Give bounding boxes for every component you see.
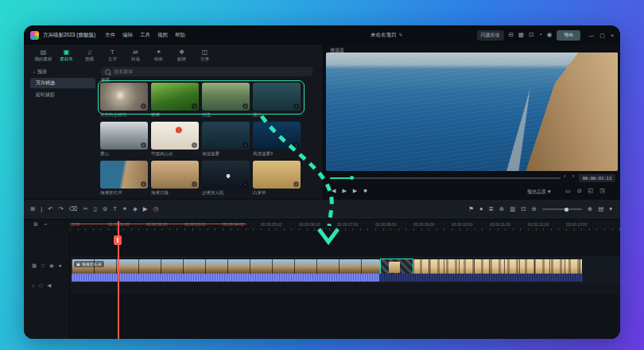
- render-preview-icon[interactable]: ▶: [143, 206, 148, 212]
- media-item[interactable]: ↓海滩岩石岸: [100, 161, 148, 196]
- download-icon[interactable]: ↓: [192, 103, 197, 109]
- media-thumbnail[interactable]: ↓: [100, 122, 148, 150]
- export-button[interactable]: 导出: [557, 30, 580, 41]
- minimize-button[interactable]: —: [588, 33, 594, 38]
- media-item[interactable]: ↓沙滩无人机: [202, 161, 250, 196]
- media-item[interactable]: ↓树林: [151, 83, 199, 118]
- audio-mixer-icon[interactable]: ≣: [489, 206, 494, 212]
- snap-icon[interactable]: ≈: [44, 222, 47, 228]
- menu-item-3[interactable]: 视图: [157, 32, 168, 39]
- monitor-dot-icon[interactable]: ●: [59, 263, 62, 269]
- fullscreen-icon[interactable]: ◳: [599, 188, 605, 193]
- keyframe-icon[interactable]: ◈: [133, 206, 138, 212]
- duration-icon[interactable]: ◷: [153, 206, 159, 212]
- back-chevron-icon[interactable]: ‹: [33, 69, 35, 74]
- preview-mode-icon[interactable]: ▥: [510, 206, 515, 212]
- hide-track-icon[interactable]: ◉: [49, 263, 54, 269]
- zoom-slider-handle[interactable]: [564, 208, 568, 212]
- media-thumbnail[interactable]: ↓: [202, 161, 250, 189]
- timeline-ruler[interactable]: ⊞≈ 00:0000:00:01:0000:00:02:0000:00:03:0…: [24, 220, 620, 231]
- video-track-icon[interactable]: ▦: [32, 263, 37, 269]
- stop-icon[interactable]: ■: [363, 188, 367, 193]
- resources-icon[interactable]: ⊡: [529, 32, 533, 38]
- tab-transitions[interactable]: ⇌转场: [124, 45, 147, 67]
- media-thumbnail[interactable]: ↓: [253, 83, 301, 111]
- download-icon[interactable]: ↓: [192, 181, 197, 187]
- media-item[interactable]: ↓河流: [202, 83, 250, 118]
- zoom-out-icon[interactable]: ⊖: [532, 206, 537, 212]
- media-item[interactable]: ↓天空白云特写: [100, 83, 148, 118]
- menu-item-4[interactable]: 帮助: [175, 32, 185, 39]
- clip-2-waveform[interactable]: [379, 274, 583, 282]
- category-item-0[interactable]: 万兴精选: [30, 78, 95, 88]
- tab-stock-media[interactable]: ▣素材库: [55, 45, 78, 67]
- tab-audio[interactable]: ♫音频: [78, 45, 101, 67]
- track-manage-icon[interactable]: ⊞: [33, 222, 37, 228]
- download-icon[interactable]: ↓: [141, 103, 146, 109]
- preview-quality-dropdown[interactable]: 预览品质 ▾: [527, 189, 551, 196]
- media-thumbnail[interactable]: ↓: [202, 122, 250, 150]
- menu-item-1[interactable]: 编辑: [122, 32, 133, 39]
- split-icon[interactable]: ✂: [83, 206, 87, 212]
- chevron-down-icon[interactable]: ▾: [609, 206, 612, 212]
- snapshot-icon[interactable]: ⊙: [577, 188, 582, 193]
- media-thumbnail[interactable]: ↓: [151, 83, 199, 111]
- download-icon[interactable]: ↓: [242, 181, 248, 187]
- media-item[interactable]: ↓中国风山水: [151, 122, 199, 157]
- media-manager-icon[interactable]: ⊞: [30, 206, 35, 212]
- play-icon[interactable]: ▶: [342, 188, 346, 193]
- media-thumbnail[interactable]: ↓: [151, 122, 199, 150]
- download-icon[interactable]: ↓: [293, 181, 299, 187]
- tab-text[interactable]: T文字: [101, 45, 124, 67]
- playhead-handle[interactable]: [114, 235, 122, 245]
- download-icon[interactable]: ↓: [141, 181, 146, 187]
- download-icon[interactable]: ↓: [293, 142, 299, 148]
- back-row[interactable]: ‹ 预设: [30, 67, 95, 76]
- download-icon[interactable]: ↓: [192, 142, 197, 148]
- feedback-button[interactable]: 问题反馈: [477, 30, 504, 41]
- tab-stickers[interactable]: ❖贴纸: [170, 45, 193, 67]
- step-forward-icon[interactable]: ›: [572, 173, 574, 179]
- audio-track-lane[interactable]: [70, 283, 620, 294]
- media-item[interactable]: ↓雾山: [100, 122, 148, 157]
- download-icon[interactable]: ↓: [141, 142, 146, 148]
- step-back-icon[interactable]: ‹: [564, 173, 565, 179]
- text-tool-icon[interactable]: T: [113, 206, 117, 212]
- mute-icon[interactable]: ◀: [47, 283, 51, 289]
- media-item[interactable]: ↓海浪迷雾: [202, 122, 250, 157]
- scrub-handle[interactable]: [350, 176, 354, 180]
- search-input[interactable]: [114, 69, 308, 74]
- menu-item-2[interactable]: 工具: [140, 32, 150, 39]
- adjust-icon[interactable]: ⊛: [499, 206, 504, 212]
- category-item-1[interactable]: 延时摄影: [30, 90, 95, 100]
- grid-view-icon[interactable]: ▦: [518, 32, 524, 38]
- zoom-in-icon[interactable]: ⊕: [588, 206, 592, 212]
- account-icon[interactable]: ◉: [547, 32, 553, 38]
- download-icon[interactable]: ↓: [242, 103, 248, 109]
- media-item[interactable]: ↓港口: [253, 83, 301, 118]
- media-thumbnail[interactable]: ↓: [253, 122, 301, 150]
- media-thumbnail[interactable]: ↓: [202, 83, 250, 111]
- scrub-bar[interactable]: [330, 177, 561, 179]
- media-thumbnail[interactable]: ↓: [253, 161, 301, 189]
- maximize-button[interactable]: ▢: [599, 33, 605, 38]
- display-device-icon[interactable]: ▭: [565, 188, 571, 193]
- audio-track-icon[interactable]: ♪: [32, 283, 34, 289]
- previous-frame-icon[interactable]: ◀: [332, 188, 336, 193]
- redo-icon[interactable]: ↷: [59, 206, 64, 212]
- crop-icon[interactable]: ▯: [94, 206, 97, 212]
- download-icon[interactable]: ↓: [293, 103, 299, 109]
- lock-icon[interactable]: □: [41, 263, 45, 269]
- marker-icon[interactable]: ⚑: [468, 206, 474, 212]
- video-viewport[interactable]: [326, 52, 618, 171]
- tab-split-screen[interactable]: ◫分屏: [193, 45, 216, 67]
- search-bar[interactable]: [100, 67, 313, 76]
- undo-icon[interactable]: ↶: [48, 206, 52, 212]
- lock-icon[interactable]: □: [39, 283, 42, 289]
- mark-in-icon[interactable]: ◱: [588, 188, 594, 193]
- tab-effects[interactable]: ✶特效: [147, 45, 170, 67]
- next-frame-icon[interactable]: ▶: [353, 188, 357, 193]
- media-item[interactable]: ↓高清迷雾3: [253, 122, 301, 157]
- switch-view-icon[interactable]: ⊡: [521, 206, 526, 212]
- workspace-layout-icon[interactable]: ⊟: [509, 32, 514, 38]
